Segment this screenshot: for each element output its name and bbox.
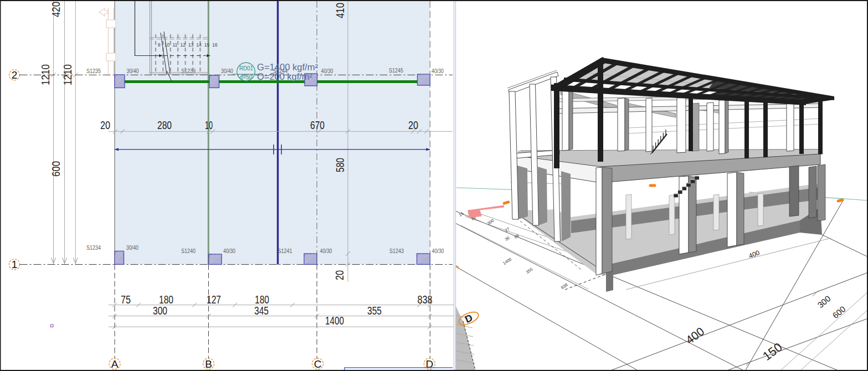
svg-text:G=1400 kgf/m²: G=1400 kgf/m² [257, 62, 318, 72]
svg-text:9: 9 [158, 42, 161, 48]
svg-text:RD01: RD01 [239, 65, 253, 71]
svg-text:20: 20 [100, 119, 110, 131]
svg-text:S1241: S1241 [278, 248, 292, 254]
svg-text:B: B [205, 358, 212, 370]
svg-text:180: 180 [159, 293, 173, 306]
svg-text:1: 1 [12, 259, 18, 270]
svg-text:S1240: S1240 [181, 248, 196, 254]
svg-text:13: 13 [188, 42, 194, 48]
svg-text:40/30: 40/30 [223, 248, 235, 254]
svg-text:40/30: 40/30 [432, 68, 444, 74]
svg-text:2: 2 [12, 69, 18, 81]
svg-text:300: 300 [153, 305, 167, 317]
svg-text:11: 11 [172, 42, 177, 48]
svg-text:355: 355 [367, 305, 382, 317]
svg-text:40/30: 40/30 [321, 68, 333, 74]
svg-text:10: 10 [165, 42, 170, 48]
svg-text:580: 580 [334, 158, 346, 172]
svg-text:345: 345 [254, 305, 269, 317]
svg-text:20: 20 [408, 119, 418, 131]
svg-text:12: 12 [180, 42, 186, 48]
svg-text:30/40: 30/40 [127, 68, 139, 74]
svg-text:420: 420 [50, 2, 62, 17]
svg-text:40/30: 40/30 [432, 248, 444, 254]
svg-text:40/30: 40/30 [320, 248, 332, 254]
svg-text:30/40: 30/40 [126, 245, 138, 251]
svg-text:S1243: S1243 [389, 248, 404, 254]
svg-text:410: 410 [334, 3, 346, 18]
svg-text:S1239: S1239 [181, 68, 196, 74]
svg-text:S1235: S1235 [86, 68, 101, 74]
svg-text:14: 14 [196, 42, 202, 48]
svg-text:20: 20 [333, 270, 346, 280]
svg-text:180: 180 [255, 293, 269, 306]
svg-text:75: 75 [121, 293, 131, 306]
svg-text:127: 127 [207, 293, 221, 306]
svg-text:A: A [111, 358, 119, 370]
svg-text:15: 15 [204, 42, 210, 48]
svg-text:16: 16 [212, 42, 218, 48]
svg-text:S1245: S1245 [389, 68, 403, 74]
svg-text:30/40: 30/40 [221, 68, 233, 74]
svg-text:1400: 1400 [325, 315, 344, 327]
svg-text:280: 280 [157, 119, 172, 131]
svg-text:Q=200 kgf/m²: Q=200 kgf/m² [257, 71, 312, 81]
svg-text:10: 10 [205, 119, 213, 131]
svg-text:600: 600 [50, 161, 62, 177]
svg-text:d=50: d=50 [240, 74, 253, 80]
svg-text:670: 670 [310, 119, 325, 131]
svg-text:838: 838 [418, 293, 433, 306]
svg-text:C: C [314, 358, 322, 370]
svg-text:S1234: S1234 [86, 245, 101, 251]
